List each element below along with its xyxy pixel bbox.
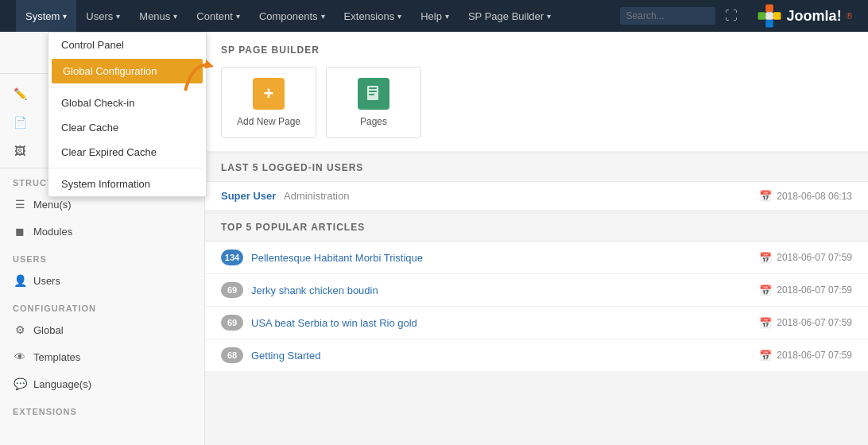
article-timestamp: 📅 2018-06-07 07:59 bbox=[759, 252, 852, 264]
article-row: 69 Jerky shank chicken boudin 📅 2018-06-… bbox=[205, 274, 868, 307]
svg-rect-6 bbox=[765, 12, 773, 20]
article-badge: 68 bbox=[221, 347, 243, 363]
dropdown-clear-expired-cache[interactable]: Clear Expired Cache bbox=[48, 140, 206, 164]
sidebar-section-configuration: CONFIGURATION bbox=[0, 294, 204, 316]
dropdown-system-info[interactable]: System Information bbox=[48, 172, 206, 196]
language-icon: 💬 bbox=[13, 377, 27, 391]
nav-components[interactable]: Components ▾ bbox=[250, 0, 335, 32]
article-row: 69 USA beat Serbia to win last Rio gold … bbox=[205, 307, 868, 339]
logged-in-users-title: LAST 5 LOGGED-IN USERS bbox=[205, 154, 868, 182]
calendar-icon-3: 📅 bbox=[759, 284, 772, 296]
pages-label: Pages bbox=[360, 116, 387, 127]
article-badge: 69 bbox=[221, 315, 243, 331]
calendar-icon-4: 📅 bbox=[759, 317, 772, 329]
add-new-page-card[interactable]: + Add New Page bbox=[221, 67, 316, 138]
sidebar-section-extensions: EXTENSIONS bbox=[0, 397, 204, 420]
svg-rect-9 bbox=[369, 87, 377, 89]
nav-content[interactable]: Content ▾ bbox=[187, 0, 250, 32]
svg-rect-10 bbox=[369, 91, 377, 92]
users-icon: 👤 bbox=[13, 273, 27, 288]
article-row: 68 Getting Started 📅 2018-06-07 07:59 bbox=[205, 339, 868, 372]
fullscreen-icon[interactable]: ⛶ bbox=[722, 9, 741, 23]
sidebar-section-users: USERS bbox=[0, 245, 204, 267]
user-role: Administration bbox=[284, 190, 349, 202]
calendar-icon-2: 📅 bbox=[759, 252, 772, 264]
svg-rect-5 bbox=[765, 20, 773, 28]
joomla-text: Joomla! bbox=[787, 8, 842, 25]
nav-sp-page-builder[interactable]: SP Page Builder ▾ bbox=[459, 0, 560, 32]
popular-articles-title: TOP 5 POPULAR ARTICLES bbox=[205, 214, 868, 242]
article-timestamp: 📅 2018-06-07 07:59 bbox=[759, 350, 852, 362]
svg-rect-11 bbox=[369, 94, 374, 95]
system-dropdown: Control Panel Global Configuration Globa… bbox=[48, 32, 207, 197]
content-area: SP PAGE BUILDER + Add New Page bbox=[205, 32, 868, 445]
dropdown-control-panel[interactable]: Control Panel bbox=[48, 33, 206, 57]
top-navbar: J! System ▾ Users ▾ Menus ▾ Content ▾ Co… bbox=[0, 0, 868, 32]
dropdown-clear-cache[interactable]: Clear Cache bbox=[48, 115, 206, 140]
popular-articles-section: TOP 5 POPULAR ARTICLES 134 Pellentesque … bbox=[205, 214, 868, 372]
sidebar-item-templates[interactable]: 👁 Templates bbox=[0, 343, 204, 370]
calendar-icon-5: 📅 bbox=[759, 350, 772, 362]
gear-icon: ⚙ bbox=[13, 323, 27, 337]
svg-rect-2 bbox=[765, 5, 773, 13]
svg-rect-3 bbox=[773, 12, 781, 20]
svg-rect-4 bbox=[758, 12, 765, 20]
dropdown-divider-2 bbox=[48, 168, 206, 168]
pages-icon bbox=[358, 78, 389, 110]
article-timestamp: 📅 2018-06-07 07:59 bbox=[759, 284, 852, 296]
joomla-brand: Joomla! ® bbox=[747, 3, 862, 29]
user-timestamp: 📅 2018-06-08 06:13 bbox=[759, 190, 852, 202]
page-builder-cards: + Add New Page Pages bbox=[221, 67, 852, 138]
nav-extensions[interactable]: Extensions ▾ bbox=[335, 0, 412, 32]
nav-items: System ▾ Users ▾ Menus ▾ Content ▾ Compo… bbox=[16, 0, 620, 32]
article-badge: 69 bbox=[221, 282, 243, 298]
user-row: Super User Administration 📅 2018-06-08 0… bbox=[205, 182, 868, 211]
nav-help[interactable]: Help ▾ bbox=[411, 0, 459, 32]
article-link[interactable]: USA beat Serbia to win last Rio gold bbox=[251, 317, 417, 329]
sp-page-builder-section: SP PAGE BUILDER + Add New Page bbox=[205, 32, 868, 154]
navbar-right: ⛶ Joomla! ® bbox=[620, 3, 862, 29]
modules-icon: ◼ bbox=[13, 224, 27, 238]
add-new-page-label: Add New Page bbox=[237, 116, 300, 127]
article-link[interactable]: Jerky shank chicken boudin bbox=[251, 284, 378, 296]
sidebar-item-global[interactable]: ⚙ Global bbox=[0, 316, 204, 343]
search-input[interactable] bbox=[620, 7, 715, 25]
eye-icon: 👁 bbox=[13, 350, 27, 364]
nav-users[interactable]: Users ▾ bbox=[76, 0, 130, 32]
article-row: 134 Pellentesque Habitant Morbi Tristiqu… bbox=[205, 242, 868, 274]
joomla-logo-icon bbox=[757, 3, 782, 29]
user-name-link[interactable]: Super User bbox=[221, 190, 276, 202]
sidebar-item-languages[interactable]: 💬 Language(s) bbox=[0, 370, 204, 397]
sidebar-item-users[interactable]: 👤 Users bbox=[0, 267, 204, 294]
pages-card[interactable]: Pages bbox=[326, 67, 421, 138]
menu-icon: ☰ bbox=[13, 197, 27, 211]
logged-in-users-section: LAST 5 LOGGED-IN USERS Super User Admini… bbox=[205, 154, 868, 214]
add-page-icon: + bbox=[253, 78, 285, 110]
nav-system[interactable]: System ▾ bbox=[16, 0, 76, 32]
article-timestamp: 📅 2018-06-07 07:59 bbox=[759, 317, 852, 329]
sp-page-builder-title: SP PAGE BUILDER bbox=[221, 44, 852, 56]
article-link[interactable]: Getting Started bbox=[251, 350, 320, 362]
article-badge: 134 bbox=[221, 250, 243, 265]
article-link[interactable]: Pellentesque Habitant Morbi Tristique bbox=[251, 252, 423, 264]
nav-menus[interactable]: Menus ▾ bbox=[130, 0, 187, 32]
calendar-icon: 📅 bbox=[759, 190, 772, 202]
sidebar-item-modules[interactable]: ◼ Modules bbox=[0, 218, 204, 245]
